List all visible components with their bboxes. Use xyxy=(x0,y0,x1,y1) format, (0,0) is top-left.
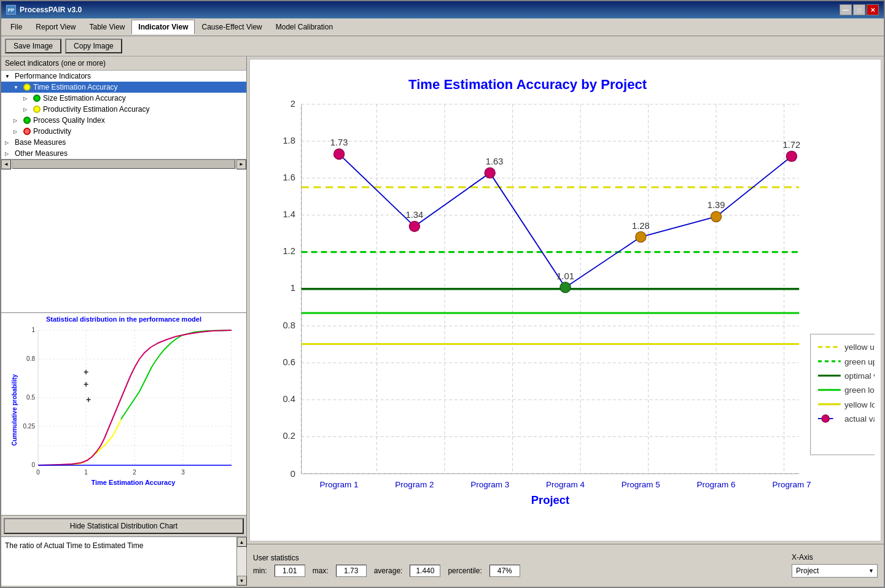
menu-indicator-view[interactable]: Indicator View xyxy=(131,20,195,34)
toolbar: Save Image Copy Image xyxy=(1,36,884,56)
tree-item-time-estimation[interactable]: ▼ Time Estimation Accuracy xyxy=(1,82,246,93)
svg-text:Time Estimation Accuracy by Pr: Time Estimation Accuracy by Project xyxy=(408,77,647,92)
expand-icon-size[interactable]: ▷ xyxy=(23,96,31,101)
max-label: max: xyxy=(313,567,329,575)
stat-chart-svg: 1 0.8 0.5 0.25 0 0 1 2 3 xyxy=(10,324,238,490)
svg-text:Program 1: Program 1 xyxy=(320,480,359,489)
svg-text:1: 1 xyxy=(84,469,88,476)
svg-text:0.6: 0.6 xyxy=(283,357,295,367)
svg-text:1: 1 xyxy=(290,283,295,293)
expand-icon-base[interactable]: ▷ xyxy=(5,140,12,145)
window-controls: — □ ✕ xyxy=(840,4,879,15)
svg-text:3: 3 xyxy=(181,469,185,476)
save-image-button[interactable]: Save Image xyxy=(5,39,61,53)
tree-item-size-estimation[interactable]: ▷ Size Estimation Accuracy xyxy=(1,93,246,104)
x-axis-select[interactable]: Project Time Size xyxy=(792,564,878,578)
tree-horizontal-scrollbar[interactable]: ◄ ► xyxy=(1,159,246,169)
main-chart-svg: Time Estimation Accuracy by Project xyxy=(256,66,875,535)
expand-icon-productivity[interactable]: ▷ xyxy=(14,129,21,134)
description-section: The ratio of Actual Time to Estimated Ti… xyxy=(1,536,246,586)
tree-item-other-measures[interactable]: ▷ Other Measures xyxy=(1,148,246,159)
x-axis-section: X-Axis Project Time Size xyxy=(792,553,878,578)
svg-text:1.6: 1.6 xyxy=(283,172,295,182)
tree-label-productivity-estimation: Productivity Estimation Accuracy xyxy=(43,105,149,114)
user-stats-section: User statistics min: 1.01 max: 1.73 aver… xyxy=(253,554,779,577)
svg-text:green upper limit  (1.20): green upper limit (1.20) xyxy=(844,357,875,366)
svg-text:Program 2: Program 2 xyxy=(395,480,434,489)
tree-header: Select indicators (one or more) xyxy=(1,56,246,71)
tree-item-base-measures[interactable]: ▷ Base Measures xyxy=(1,137,246,148)
dot-process-quality xyxy=(23,117,31,124)
menu-model-calibration[interactable]: Model Calibration xyxy=(269,20,340,34)
svg-text:Project: Project xyxy=(531,493,569,506)
svg-text:2: 2 xyxy=(290,99,295,109)
scroll-track[interactable] xyxy=(237,547,246,576)
tree-label-time-estimation: Time Estimation Accuracy xyxy=(33,83,118,91)
svg-text:Program 7: Program 7 xyxy=(772,480,811,489)
stat-chart-section: Statistical distribution in the performa… xyxy=(1,313,246,516)
user-stats-title: User statistics xyxy=(253,554,779,562)
main-window: PP ProcessPAIR v3.0 — □ ✕ File Report Vi… xyxy=(0,0,885,588)
svg-text:0.5: 0.5 xyxy=(26,394,35,401)
scroll-down-arrow[interactable]: ▼ xyxy=(237,576,247,586)
svg-text:0.8: 0.8 xyxy=(26,355,35,362)
svg-text:0.25: 0.25 xyxy=(23,423,35,430)
tree-item-productivity-estimation[interactable]: ▷ Productivity Estimation Accuracy xyxy=(1,104,246,115)
svg-point-66 xyxy=(485,168,495,178)
title-bar: PP ProcessPAIR v3.0 — □ ✕ xyxy=(1,1,884,18)
x-axis-select-wrapper[interactable]: Project Time Size xyxy=(792,564,878,578)
copy-image-button[interactable]: Copy Image xyxy=(65,39,122,53)
main-content: Select indicators (one or more) ▼ Perfor… xyxy=(1,56,884,586)
x-axis-label: X-Axis xyxy=(792,553,878,562)
expand-icon-time[interactable]: ▼ xyxy=(14,85,21,90)
svg-text:0: 0 xyxy=(290,469,295,479)
svg-text:yellow upper limit  (1.55): yellow upper limit (1.55) xyxy=(844,342,875,352)
stat-chart-title: Statistical distribution in the performa… xyxy=(4,315,244,323)
menu-report-view[interactable]: Report View xyxy=(29,20,82,34)
dot-productivity xyxy=(23,128,31,135)
svg-point-70 xyxy=(786,151,797,161)
expand-icon-other[interactable]: ▷ xyxy=(5,151,12,157)
menu-table-view[interactable]: Table View xyxy=(83,20,132,34)
max-value: 1.73 xyxy=(336,565,367,577)
main-chart-area: Time Estimation Accuracy by Project xyxy=(249,59,881,541)
menu-bar: File Report View Table View Indicator Vi… xyxy=(1,18,884,36)
svg-text:1.01: 1.01 xyxy=(556,271,574,281)
svg-text:0.2: 0.2 xyxy=(283,431,295,441)
svg-point-98 xyxy=(822,415,829,422)
svg-text:0.4: 0.4 xyxy=(283,394,295,404)
tree-item-process-quality[interactable]: ▷ Process Quality Index xyxy=(1,115,246,126)
stats-values-row: min: 1.01 max: 1.73 average: 1.440 perce… xyxy=(253,565,779,577)
expand-icon-quality[interactable]: ▷ xyxy=(14,118,21,123)
svg-text:actual values: actual values xyxy=(844,414,875,424)
menu-file[interactable]: File xyxy=(4,20,29,34)
svg-text:yellow lower limit  (0.70): yellow lower limit (0.70) xyxy=(844,400,875,409)
tree-label-performance-indicators: Performance Indicators xyxy=(15,72,91,80)
minimize-button[interactable]: — xyxy=(840,4,852,15)
svg-point-65 xyxy=(409,221,419,231)
tree-label-other-measures: Other Measures xyxy=(15,149,68,158)
tree-item-performance-indicators[interactable]: ▼ Performance Indicators xyxy=(1,71,246,82)
scroll-thumb[interactable] xyxy=(12,160,235,169)
dot-size-estimation xyxy=(33,95,41,102)
close-button[interactable]: ✕ xyxy=(867,4,879,15)
svg-text:0: 0 xyxy=(31,462,35,468)
menu-cause-effect-view[interactable]: Cause-Effect View xyxy=(195,20,268,34)
svg-text:optimal value  (1.00): optimal value (1.00) xyxy=(844,371,875,381)
min-value: 1.01 xyxy=(275,565,305,577)
avg-value: 1.440 xyxy=(410,565,440,577)
description-scrollbar[interactable]: ▲ ▼ xyxy=(236,537,246,586)
svg-text:green lower limit  (0.87): green lower limit (0.87) xyxy=(844,385,875,395)
maximize-button[interactable]: □ xyxy=(853,4,865,15)
tree-label-productivity: Productivity xyxy=(33,127,71,136)
expand-icon-productivity-est[interactable]: ▷ xyxy=(23,107,31,112)
scroll-right-button[interactable]: ► xyxy=(236,160,246,169)
tree-item-productivity[interactable]: ▷ Productivity xyxy=(1,126,246,137)
expand-icon-performance[interactable]: ▼ xyxy=(5,74,12,79)
scroll-left-button[interactable]: ◄ xyxy=(1,160,11,169)
svg-text:1.63: 1.63 xyxy=(486,157,504,166)
hide-stat-chart-button[interactable]: Hide Statistical Distribution Chart xyxy=(4,518,244,534)
scroll-up-arrow[interactable]: ▲ xyxy=(237,537,247,547)
svg-text:1.72: 1.72 xyxy=(783,140,801,150)
left-panel: Select indicators (one or more) ▼ Perfor… xyxy=(1,56,247,586)
